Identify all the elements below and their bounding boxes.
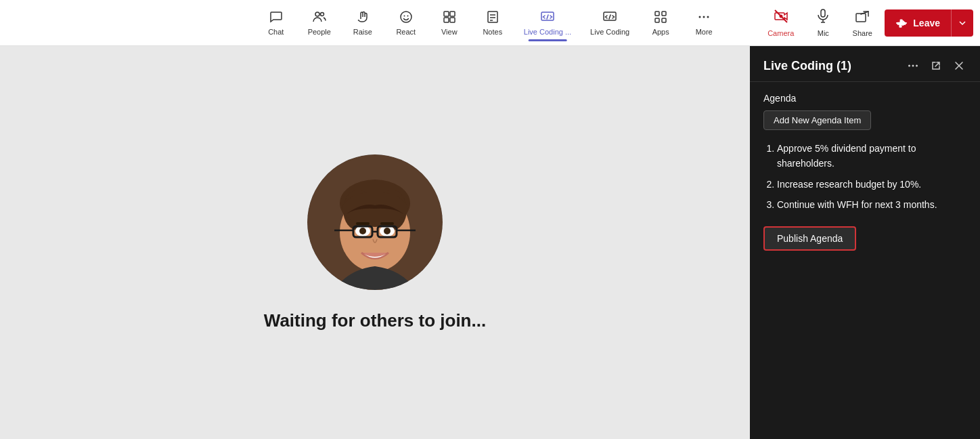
- list-item: Approve 5% dividend payment to sharehold…: [777, 141, 966, 171]
- leave-label: Leave: [913, 18, 940, 28]
- share-button[interactable]: Share: [845, 5, 879, 40]
- live-coding-2-icon: [602, 9, 617, 26]
- live-coding-active-label: Live Coding ...: [524, 28, 571, 36]
- svg-rect-8: [450, 18, 455, 22]
- toolbar-item-live-coding-active[interactable]: Live Coding ...: [516, 7, 579, 39]
- svg-point-38: [384, 228, 391, 234]
- people-label: People: [308, 28, 331, 36]
- popout-icon: [930, 60, 942, 72]
- toolbar-item-notes[interactable]: Notes: [472, 7, 513, 39]
- svg-rect-26: [856, 14, 866, 22]
- panel-popout-button[interactable]: [926, 57, 946, 75]
- svg-point-0: [315, 12, 319, 16]
- list-item: Continue with WFH for next 3 months.: [777, 197, 966, 212]
- notes-label: Notes: [483, 28, 502, 36]
- toolbar-item-react[interactable]: React: [386, 7, 426, 39]
- camera-button[interactable]: Camera: [761, 5, 801, 40]
- leave-dropdown-arrow[interactable]: [951, 9, 973, 37]
- share-label: Share: [853, 29, 872, 37]
- svg-rect-7: [444, 18, 449, 22]
- mic-button[interactable]: Mic: [806, 5, 840, 40]
- mic-icon: [815, 8, 831, 28]
- toolbar-item-people[interactable]: People: [299, 7, 340, 39]
- svg-rect-5: [444, 12, 449, 16]
- panel-title: Live Coding (1): [763, 59, 903, 73]
- svg-point-47: [916, 65, 918, 67]
- apps-label: Apps: [652, 28, 669, 36]
- svg-rect-18: [662, 18, 666, 22]
- publish-agenda-button[interactable]: Publish Agenda: [763, 226, 856, 251]
- raise-icon: [355, 9, 370, 26]
- toolbar-item-chat[interactable]: Chat: [256, 7, 296, 39]
- svg-rect-16: [662, 12, 666, 16]
- video-area: Waiting for others to join...: [0, 46, 750, 439]
- svg-point-37: [359, 228, 366, 234]
- svg-rect-23: [821, 9, 825, 17]
- leave-button-main[interactable]: Leave: [885, 9, 951, 37]
- toolbar-item-raise[interactable]: Raise: [342, 7, 383, 39]
- mic-label: Mic: [818, 29, 829, 37]
- leave-button[interactable]: Leave: [885, 9, 973, 37]
- svg-rect-17: [655, 18, 659, 22]
- panel-actions: [903, 57, 969, 75]
- more-label: More: [696, 28, 713, 36]
- apps-icon: [653, 9, 668, 26]
- toolbar-item-apps[interactable]: Apps: [640, 7, 681, 39]
- svg-rect-33: [356, 222, 370, 225]
- close-icon: [953, 60, 965, 72]
- toolbar-right: Camera Mic Share: [761, 5, 973, 40]
- view-label: View: [441, 28, 458, 36]
- svg-rect-34: [380, 222, 394, 225]
- raise-label: Raise: [353, 28, 372, 36]
- svg-point-21: [707, 16, 709, 18]
- list-item: Increase research budget by 10%.: [777, 177, 966, 192]
- avatar-image: [307, 154, 443, 290]
- svg-point-1: [320, 13, 324, 16]
- agenda-list: Approve 5% dividend payment to sharehold…: [763, 141, 966, 213]
- agenda-label: Agenda: [763, 93, 966, 104]
- add-agenda-button[interactable]: Add New Agenda Item: [763, 110, 871, 130]
- svg-rect-6: [450, 12, 455, 16]
- toolbar-item-live-coding-2[interactable]: Live Coding: [582, 7, 638, 39]
- camera-label: Camera: [767, 29, 794, 37]
- notes-icon: [485, 9, 500, 26]
- chat-icon: [269, 9, 284, 26]
- react-label: React: [396, 28, 416, 36]
- more-icon: [696, 9, 711, 26]
- svg-point-4: [407, 16, 408, 17]
- toolbar: Chat People Raise: [0, 0, 980, 46]
- chat-label: Chat: [268, 28, 284, 36]
- people-icon: [312, 9, 327, 26]
- toolbar-item-view[interactable]: View: [429, 7, 470, 39]
- avatar: [307, 154, 443, 290]
- view-icon: [442, 9, 457, 26]
- live-coding-2-label: Live Coding: [590, 28, 629, 36]
- svg-point-46: [912, 65, 914, 67]
- share-icon: [854, 8, 870, 28]
- main-content: Waiting for others to join... Live Codin…: [0, 46, 980, 439]
- waiting-text: Waiting for others to join...: [264, 310, 486, 331]
- svg-rect-15: [655, 12, 659, 16]
- panel-body: Agenda Add New Agenda Item Approve 5% di…: [750, 82, 980, 439]
- panel-more-button[interactable]: [903, 57, 923, 75]
- svg-point-2: [401, 12, 411, 22]
- svg-point-3: [403, 16, 405, 17]
- chevron-down-icon: [958, 19, 966, 27]
- live-coding-active-icon: [540, 9, 555, 26]
- svg-point-19: [699, 16, 701, 18]
- toolbar-item-more[interactable]: More: [684, 7, 724, 39]
- panel-header: Live Coding (1): [750, 46, 980, 82]
- side-panel: Live Coding (1): [750, 46, 980, 439]
- leave-phone-icon: [895, 17, 908, 29]
- svg-line-22: [775, 10, 787, 22]
- svg-point-45: [908, 65, 910, 67]
- panel-more-icon: [907, 60, 919, 72]
- react-icon: [399, 9, 414, 26]
- panel-close-button[interactable]: [949, 57, 969, 75]
- svg-point-20: [703, 16, 705, 18]
- camera-icon: [773, 8, 789, 28]
